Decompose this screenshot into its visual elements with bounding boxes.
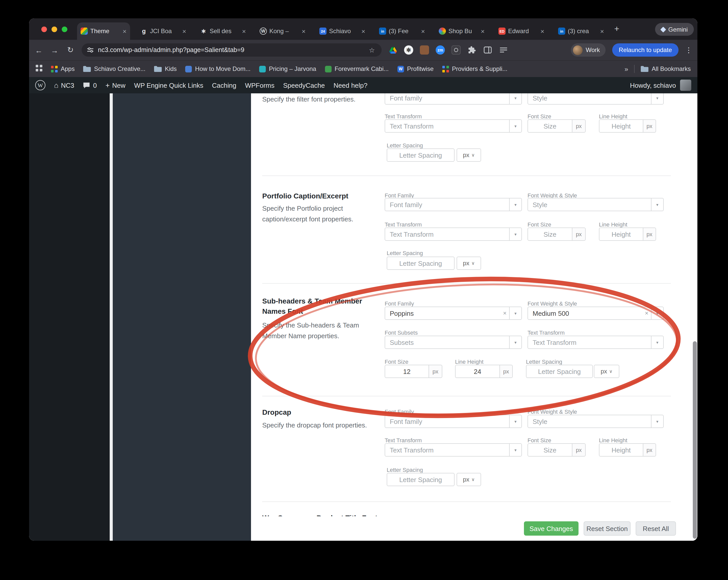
site-settings-icon[interactable] <box>87 47 94 54</box>
bookmark-folder-schiavo[interactable]: Schiavo Creative... <box>83 65 146 73</box>
close-icon[interactable]: × <box>361 27 365 35</box>
line-height-input[interactable]: Height <box>599 228 643 241</box>
tab-crea[interactable]: in (3) crea × <box>554 22 607 40</box>
close-icon[interactable]: × <box>182 27 186 35</box>
close-icon[interactable]: × <box>302 27 306 35</box>
select-arrow-icon: ▼ <box>509 199 521 211</box>
profile-button[interactable]: Work <box>571 43 605 57</box>
side-panel-icon[interactable] <box>483 45 492 55</box>
bookmark-pricing-jarvona[interactable]: Pricing – Jarvona <box>259 65 316 73</box>
drive-extension-icon[interactable] <box>388 45 397 55</box>
text-transform-select[interactable]: Text Transform ▼ <box>385 120 522 133</box>
line-height-input[interactable]: Height <box>599 120 643 133</box>
bookmark-apps[interactable]: Apps <box>51 65 75 73</box>
minimize-window-button[interactable] <box>52 27 57 32</box>
all-bookmarks-button[interactable]: All Bookmarks <box>641 65 691 73</box>
new-tab-button[interactable]: + <box>614 24 619 34</box>
howdy-label[interactable]: Howdy, schiavo <box>630 81 676 89</box>
text-transform-select[interactable]: Text Transform ▼ <box>385 443 522 456</box>
extension-icon[interactable] <box>420 45 429 55</box>
font-size-input[interactable] <box>385 365 429 378</box>
font-family-select[interactable]: Font family ▼ <box>385 198 522 211</box>
overflow-bookmarks-icon[interactable]: » <box>624 65 628 73</box>
close-icon[interactable]: × <box>481 27 485 35</box>
reset-section-button[interactable]: Reset Section <box>583 521 630 536</box>
close-icon[interactable]: × <box>600 27 604 35</box>
wordpress-logo-icon[interactable]: W <box>35 80 45 90</box>
close-icon[interactable]: × <box>242 27 246 35</box>
adminbar-speedycache[interactable]: SpeedyCache <box>283 81 325 89</box>
font-family-select[interactable]: Font family ▼ <box>385 94 522 105</box>
font-family-select[interactable]: Poppins × ▼ <box>385 307 522 320</box>
tab-schiavo[interactable]: 24 Schiavo × <box>316 22 369 40</box>
zoom-extension-icon[interactable]: zm <box>436 45 445 55</box>
font-size-input[interactable]: Size <box>527 120 572 133</box>
close-icon[interactable]: × <box>421 27 425 35</box>
px-unit-select[interactable]: px∨ <box>457 257 481 270</box>
font-style-select[interactable]: Style ▼ <box>527 198 664 211</box>
px-unit-select[interactable]: px∨ <box>594 365 619 378</box>
chatgpt-extension-icon[interactable]: ✻ <box>404 45 413 55</box>
forward-icon[interactable]: → <box>50 46 59 54</box>
adminbar-comments[interactable]: 0 <box>83 81 97 89</box>
scrollbar-thumb[interactable] <box>693 341 697 539</box>
letter-spacing-input[interactable]: Letter Spacing <box>387 257 454 270</box>
adminbar-wpengine[interactable]: WP Engine Quick Links <box>134 81 203 89</box>
adminbar-site-link[interactable]: ⌂ NC3 <box>54 81 74 89</box>
line-height-input[interactable] <box>455 365 500 378</box>
font-style-select[interactable]: Style ▼ <box>527 94 664 105</box>
line-height-input[interactable]: Height <box>599 443 643 456</box>
px-unit-select[interactable]: px∨ <box>457 149 481 162</box>
bookmark-providers[interactable]: Providers & Suppli... <box>442 65 508 73</box>
bookmark-how-to-move[interactable]: How to Move Dom... <box>185 65 251 73</box>
font-subsets-select[interactable]: Subsets ▼ <box>385 336 522 349</box>
adminbar-caching[interactable]: Caching <box>212 81 236 89</box>
close-icon[interactable]: × <box>123 27 127 35</box>
relaunch-to-update-button[interactable]: Relaunch to update <box>612 43 678 57</box>
letter-spacing-input[interactable]: Letter Spacing <box>526 365 593 378</box>
adminbar-need-help[interactable]: Need help? <box>333 81 367 89</box>
px-unit-select[interactable]: px∨ <box>457 473 481 486</box>
tab-edward[interactable]: ED Edward × <box>495 22 548 40</box>
clear-selection-icon[interactable]: × <box>642 310 651 317</box>
bookmark-profitwise[interactable]: W Profitwise <box>397 65 434 73</box>
font-size-input[interactable]: Size <box>527 228 572 241</box>
font-style-select[interactable]: Style ▼ <box>527 415 664 428</box>
font-style-select[interactable]: Medium 500 × ▼ <box>527 307 664 320</box>
text-transform-select[interactable]: Text Transform ▼ <box>385 228 522 241</box>
browser-menu-icon[interactable]: ⋮ <box>685 46 692 54</box>
font-family-select[interactable]: Font family ▼ <box>385 415 522 428</box>
tab-theme[interactable]: Theme × <box>77 22 130 40</box>
camera-extension-icon[interactable] <box>451 45 461 55</box>
font-size-input[interactable]: Size <box>527 443 572 456</box>
apps-grid-icon[interactable] <box>36 64 42 74</box>
close-window-button[interactable] <box>41 27 47 32</box>
user-avatar[interactable] <box>680 80 691 91</box>
clear-selection-icon[interactable]: × <box>500 310 509 317</box>
save-changes-button[interactable]: Save Changes <box>524 521 578 536</box>
bookmark-forevermark[interactable]: Forevermark Cabi... <box>325 65 389 73</box>
tab-kong[interactable]: W Kong – × <box>256 22 309 40</box>
adminbar-wpforms[interactable]: WPForms <box>245 81 275 89</box>
reload-icon[interactable]: ↻ <box>66 45 75 55</box>
url-text[interactable]: nc3.com/wp-admin/admin.php?page=Salient&… <box>98 47 363 54</box>
reading-list-icon[interactable] <box>499 45 508 55</box>
reset-all-button[interactable]: Reset All <box>636 521 676 536</box>
close-icon[interactable]: × <box>541 27 544 35</box>
letter-spacing-input[interactable]: Letter Spacing <box>387 149 454 162</box>
adminbar-new[interactable]: + New <box>105 81 125 89</box>
tab-shop[interactable]: Shop Bu × <box>435 22 488 40</box>
tab-sell[interactable]: ∗ Sell des × <box>197 22 250 40</box>
letter-spacing-input[interactable]: Letter Spacing <box>387 473 454 486</box>
address-bar[interactable]: nc3.com/wp-admin/admin.php?page=Salient&… <box>82 43 382 57</box>
tab-feed[interactable]: in (3) Fee × <box>375 22 428 40</box>
bookmark-star-icon[interactable]: ☆ <box>367 46 376 54</box>
gemini-button[interactable]: Gemini <box>655 23 694 36</box>
back-icon[interactable]: ← <box>34 46 43 54</box>
field-label: Font Size <box>527 221 551 228</box>
zoom-window-button[interactable] <box>62 27 67 32</box>
tab-jci[interactable]: g JCI Boa × <box>137 22 190 40</box>
text-transform-select[interactable]: Text Transform ▼ <box>527 336 664 349</box>
bookmark-folder-kids[interactable]: Kids <box>154 65 177 73</box>
extensions-puzzle-icon[interactable] <box>467 45 476 55</box>
